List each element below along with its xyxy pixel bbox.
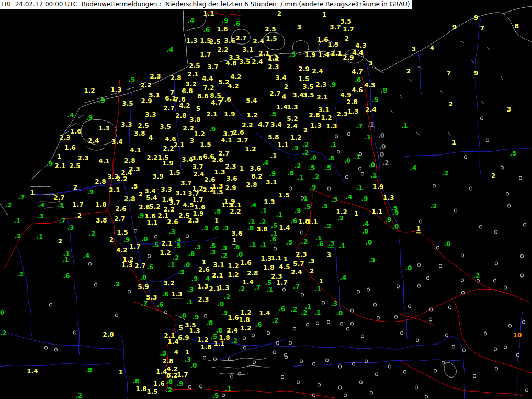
station-value: .3 — [209, 249, 216, 256]
station-value: .9 — [193, 314, 199, 320]
station-value: 1.4 — [318, 52, 329, 58]
station-value: .4 — [83, 253, 90, 259]
station-circle — [520, 274, 524, 278]
station-value: 3.5 — [160, 124, 171, 130]
station-circle — [335, 135, 338, 138]
station-value: .1 — [267, 286, 274, 293]
station-value: 1.8 — [135, 386, 146, 392]
station-value: .3 — [160, 350, 167, 357]
station-value: .8 — [381, 87, 388, 94]
station-value: 1.2 — [228, 272, 239, 278]
station-value: 1.6 — [70, 128, 81, 135]
station-value: 1.2 — [228, 263, 239, 269]
station-value: .1 — [168, 262, 175, 268]
station-circle — [484, 332, 487, 336]
station-value: .6 — [203, 27, 210, 33]
station-value: 2.6 — [115, 206, 126, 212]
station-value: 1.7 — [72, 202, 83, 208]
station-value: .2 — [382, 160, 389, 166]
station-circle — [425, 395, 428, 399]
station-circle — [388, 365, 391, 369]
station-circle — [365, 360, 368, 363]
station-circle — [297, 381, 300, 384]
station-value: .6 — [255, 322, 262, 328]
station-value: .6 — [317, 241, 324, 247]
station-value: 1.2 — [84, 87, 95, 94]
station-value: 1.9 — [224, 111, 235, 117]
station-value: .2 — [291, 306, 298, 313]
station-value: .1 — [62, 257, 69, 263]
station-circle — [301, 293, 304, 297]
station-circle — [293, 327, 296, 331]
station-value: 3.3 — [161, 186, 172, 193]
station-value: 2.8 — [103, 331, 114, 338]
station-value: 2.2 — [217, 47, 228, 53]
station-value: 1.2 — [240, 325, 251, 331]
station-circle — [419, 220, 422, 224]
station-circle — [494, 230, 497, 234]
station-value: .5 — [325, 165, 332, 171]
station-circle — [306, 323, 309, 327]
station-value: 3.5 — [303, 92, 314, 98]
station-value: 2 — [139, 191, 143, 197]
station-value: .3 — [178, 269, 185, 275]
station-value: 1.5 — [266, 36, 277, 42]
station-value: .1 — [297, 174, 304, 181]
station-circle — [274, 247, 277, 251]
station-value: 2.6 — [233, 129, 244, 136]
station-value: .2 — [231, 338, 238, 344]
station-circle — [400, 331, 403, 335]
station-value: 2.7 — [134, 263, 145, 269]
station-circle — [417, 263, 421, 267]
station-value: .9 — [138, 213, 144, 219]
station-value: 2.5 — [209, 39, 220, 45]
station-value: .3 — [202, 225, 209, 231]
station-value: 1.3 — [264, 199, 275, 205]
station-value: 2.4 — [312, 68, 323, 74]
station-value: 1.1 — [213, 340, 224, 347]
station-circle — [479, 225, 482, 229]
station-value: .3 — [67, 225, 74, 231]
station-value: 2.8 — [346, 99, 357, 105]
station-value: 3.4 — [144, 188, 155, 194]
station-value: 9 — [474, 70, 478, 76]
station-value: 2.7 — [163, 105, 174, 112]
station-circle — [228, 358, 231, 361]
station-value: .9 — [47, 161, 53, 167]
station-circle — [188, 385, 191, 389]
station-value: 3.6 — [226, 175, 237, 182]
station-circle — [94, 283, 97, 287]
station-circle — [501, 166, 504, 170]
station-value: 4.1 — [98, 158, 109, 164]
station-value: 3.7 — [330, 24, 341, 30]
station-circle — [462, 349, 466, 352]
station-value: .2 — [325, 223, 332, 229]
station-circle — [267, 331, 270, 335]
station-value: 3.6 — [250, 165, 261, 172]
station-value: 1.3 — [189, 328, 200, 334]
station-value: .4 — [167, 47, 174, 53]
station-value: .0 — [236, 251, 243, 258]
station-circle — [394, 315, 398, 319]
station-value: 3.4 — [275, 75, 286, 81]
station-circle — [358, 167, 361, 171]
station-value: 3.3 — [121, 121, 132, 128]
station-value: .9 — [209, 126, 216, 132]
station-value: 1.5 — [169, 170, 180, 176]
station-value: 2.4 — [253, 38, 264, 45]
station-value: 1 — [30, 190, 35, 196]
station-value: 1.3 — [326, 123, 337, 129]
station-value: .5 — [510, 150, 517, 157]
station-value: 2.4 — [286, 123, 297, 129]
station-value: 2.4 — [365, 107, 376, 113]
station-value: 1.1 — [146, 219, 157, 226]
station-value: .3 — [328, 240, 335, 248]
station-value: .9 — [86, 115, 93, 121]
station-value: 3.8 — [256, 226, 267, 232]
station-value: 1.3 — [347, 108, 358, 115]
station-value: .1 — [276, 212, 283, 218]
station-value: 1.5 — [200, 141, 211, 148]
station-value: 1.3 — [218, 285, 229, 291]
station-value: .0 — [378, 151, 384, 158]
station-value: 1.2 — [246, 112, 257, 118]
